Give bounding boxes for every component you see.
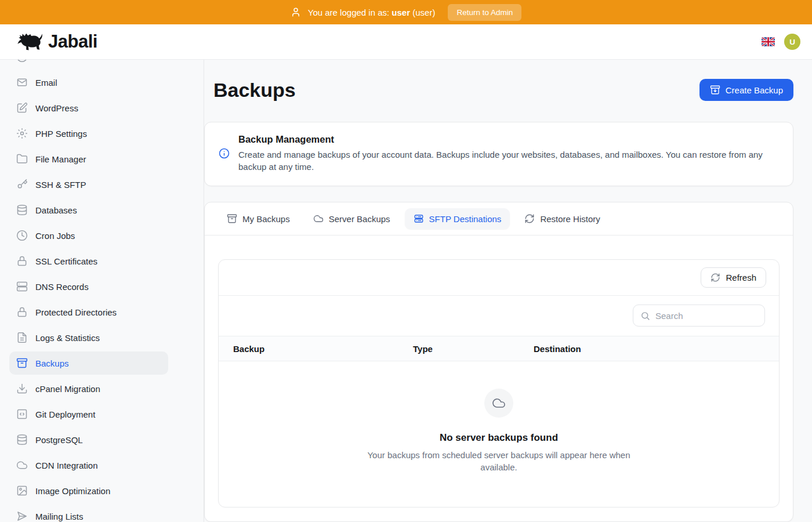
- sidebar-item-email[interactable]: Email: [9, 71, 168, 94]
- database-icon: [16, 204, 28, 216]
- sidebar-item-image-optimization[interactable]: Image Optimization: [9, 479, 168, 502]
- sidebar-item-label: cPanel Migration: [35, 384, 100, 394]
- edit-icon: [16, 102, 28, 114]
- sidebar-item-label: CDN Integration: [35, 461, 98, 470]
- sidebar-item-cpanel-migration[interactable]: cPanel Migration: [9, 377, 168, 400]
- search-icon: [640, 311, 650, 321]
- admin-impersonation-bar: You are logged in as: user (user) Return…: [0, 0, 812, 24]
- table-header-row: Backup Type Destination: [219, 336, 779, 361]
- sidebar-item-label: Protected Directories: [35, 307, 117, 317]
- info-card-description: Create and manage backups of your accoun…: [238, 149, 777, 173]
- file-text-icon: [16, 332, 28, 343]
- sidebar-item-file-manager[interactable]: File Manager: [9, 147, 168, 171]
- boar-logo-icon: [16, 31, 43, 53]
- refresh-icon: [524, 213, 535, 224]
- sidebar-item-postgresql[interactable]: PostgreSQL: [9, 428, 168, 451]
- tab-server-backups[interactable]: Server Backups: [304, 208, 399, 229]
- archive-icon: [16, 357, 28, 369]
- tab-sftp-destinations[interactable]: SFTP Destinations: [405, 208, 510, 229]
- cloud-icon: [313, 213, 324, 224]
- refresh-icon: [710, 273, 720, 282]
- server-icon: [16, 281, 28, 292]
- page-title: Backups: [213, 79, 296, 102]
- sidebar-item-label: DNS Records: [35, 282, 89, 292]
- empty-state: No server backups found Your backups fro…: [219, 361, 779, 506]
- info-card-title: Backup Management: [238, 134, 777, 145]
- backup-management-info-card: Backup Management Create and manage back…: [204, 122, 793, 186]
- sidebar-item-label: Git Deployment: [35, 409, 95, 419]
- sidebar-item-label: Email: [35, 78, 57, 88]
- download-icon: [16, 383, 28, 394]
- folder-icon: [16, 153, 28, 165]
- clock-icon: [16, 230, 28, 241]
- uk-flag-icon[interactable]: [762, 37, 775, 46]
- main-content: Backups Create Backup Backup Management …: [204, 60, 812, 522]
- tab-my-backups[interactable]: My Backups: [218, 208, 299, 229]
- sidebar-item-ssh-sftp[interactable]: SSH & SFTP: [9, 173, 168, 196]
- globe-icon: [16, 60, 28, 63]
- sidebar-item-label: SSH & SFTP: [35, 180, 86, 190]
- sidebar-item-php-settings[interactable]: PHP Settings: [9, 122, 168, 145]
- sidebar-item-label: WordPress: [35, 103, 78, 113]
- brand-name: Jabali: [48, 31, 97, 52]
- sftp-destinations-table-card: Refresh Backup Type Destination: [218, 259, 780, 507]
- sidebar-item-label: Backups: [35, 358, 69, 368]
- sidebar-item-ssl-certificates[interactable]: SSL Certificates: [9, 249, 168, 273]
- sidebar-item-logs-statistics[interactable]: Logs & Statistics: [9, 326, 168, 349]
- cloud-icon: [16, 459, 28, 471]
- database-icon: [16, 434, 28, 445]
- key-icon: [16, 179, 28, 190]
- user-icon: [291, 7, 301, 17]
- refresh-button[interactable]: Refresh: [701, 267, 766, 288]
- send-icon: [16, 510, 28, 522]
- tab-restore-history[interactable]: Restore History: [516, 208, 608, 229]
- sidebar-item-git-deployment[interactable]: Git Deployment: [9, 403, 168, 426]
- code-icon: [16, 408, 28, 420]
- create-backup-button[interactable]: Create Backup: [699, 79, 793, 101]
- logged-in-message: You are logged in as: user (user): [308, 8, 436, 17]
- sidebar-item-label: Cron Jobs: [35, 231, 75, 241]
- sidebar-item-cron-jobs[interactable]: Cron Jobs: [9, 224, 168, 247]
- backup-tabs: My Backups Server Backups SFTP Destinati…: [205, 202, 793, 235]
- avatar[interactable]: U: [784, 34, 800, 50]
- info-icon: [219, 148, 230, 159]
- sidebar-item-label: Databases: [35, 205, 77, 215]
- sidebar-item-backups[interactable]: Backups: [9, 351, 168, 375]
- sidebar-item-mailing-lists[interactable]: Mailing Lists: [9, 505, 168, 522]
- archive-icon: [227, 213, 237, 224]
- app-header: Jabali U: [0, 24, 812, 60]
- image-icon: [16, 485, 28, 496]
- empty-state-title: No server backups found: [230, 432, 767, 444]
- sidebar: Email WordPress PHP Settings File Manage…: [0, 60, 204, 522]
- sidebar-item-label: File Manager: [35, 154, 86, 164]
- gear-icon: [16, 128, 28, 139]
- table-header-destination: Destination: [534, 344, 779, 354]
- logged-in-role: (user): [412, 8, 435, 17]
- backups-panel: My Backups Server Backups SFTP Destinati…: [204, 202, 793, 521]
- brand-logo[interactable]: Jabali: [16, 31, 97, 53]
- mail-icon: [16, 77, 28, 88]
- sidebar-item-databases[interactable]: Databases: [9, 198, 168, 222]
- server-icon: [414, 213, 424, 224]
- sidebar-item-wordpress[interactable]: WordPress: [9, 96, 168, 119]
- table-header-backup: Backup: [233, 344, 413, 354]
- empty-state-description: Your backups from scheduled server backu…: [357, 449, 641, 473]
- sidebar-item-label: Mailing Lists: [35, 512, 84, 521]
- archive-down-icon: [710, 85, 720, 95]
- search-box: [633, 304, 765, 327]
- lock-icon: [16, 306, 28, 318]
- sidebar-item-cdn-integration[interactable]: CDN Integration: [9, 454, 168, 477]
- sidebar-item-label: Logs & Statistics: [35, 333, 100, 343]
- cloud-icon: [484, 389, 513, 418]
- table-header-type: Type: [413, 344, 534, 354]
- sidebar-item-label: Image Optimization: [35, 486, 110, 496]
- search-input[interactable]: [655, 311, 757, 321]
- sidebar-item-label: PostgreSQL: [35, 435, 83, 445]
- lock-icon: [16, 255, 28, 267]
- sidebar-item-label: PHP Settings: [35, 129, 87, 139]
- sidebar-item-protected-directories[interactable]: Protected Directories: [9, 300, 168, 324]
- return-to-admin-button[interactable]: Return to Admin: [448, 4, 521, 21]
- sidebar-item-partial[interactable]: [9, 60, 168, 68]
- sidebar-item-dns-records[interactable]: DNS Records: [9, 275, 168, 298]
- logged-in-username: user: [392, 8, 410, 17]
